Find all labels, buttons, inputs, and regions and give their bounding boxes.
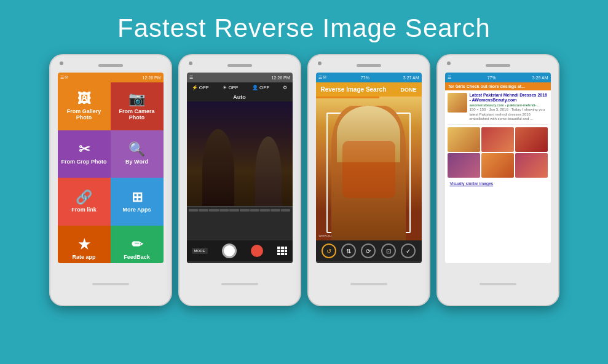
phone-3: ☰ ✉ 77% 3:27 AM Reverse Image Search DON…: [307, 54, 430, 306]
speaker: [98, 64, 123, 67]
status-icons: ☰ ✉: [60, 75, 69, 80]
ris-aspect-button[interactable]: ⊡: [381, 243, 396, 258]
status-icons-4: ☰: [448, 75, 451, 80]
phone-4-screen: ☰ 77% 3:29 AM for Girls Check out more d…: [445, 73, 551, 263]
grid-thumb-6[interactable]: [515, 153, 548, 178]
camera-controls-bar: MODE: [187, 240, 293, 261]
front-camera-icon-3: [318, 61, 322, 65]
tile-gallery-label: From Gallery Photo: [60, 108, 108, 121]
status-bar-4: ☰ 77% 3:29 AM: [445, 73, 551, 82]
tile-link[interactable]: 🔗 From link: [58, 178, 111, 226]
laptop-keyboard: [187, 206, 293, 241]
grid-thumb-3[interactable]: [515, 127, 548, 152]
status-time-3: 3:27 AM: [403, 76, 419, 80]
gallery-icon: 🖼: [77, 92, 91, 106]
camera-face-icon: 👤 OFF: [252, 85, 269, 90]
phone-4: ☰ 77% 3:29 AM for Girls Check out more d…: [436, 54, 559, 306]
tile-camera[interactable]: 📷 From Camera Photo: [111, 82, 164, 130]
phone-3-bottom: [309, 263, 429, 305]
grid-thumb-4[interactable]: [448, 153, 480, 178]
phone-2-bottom: [180, 263, 300, 305]
front-camera-icon: [60, 61, 63, 65]
figure-2: [255, 136, 282, 213]
tile-crop[interactable]: ✂ From Crop Photo: [58, 130, 111, 178]
video-button[interactable]: [251, 245, 263, 257]
tile-link-label: From link: [71, 207, 97, 213]
phone-4-top: [438, 55, 558, 73]
phone-1-bottom: [50, 263, 171, 305]
result-divider: [448, 124, 548, 125]
bottom-speaker-3: [350, 283, 387, 285]
result-item-1[interactable]: Latest Pakistani Mehndi Dresses 2016 - A…: [448, 93, 548, 122]
shutter-button[interactable]: [222, 243, 237, 258]
results-header-text: for Girls Check out more desings at...: [449, 84, 547, 89]
phone-1-top: [50, 55, 171, 73]
link-icon: 🔗: [76, 191, 92, 204]
status-battery-3: 77%: [361, 76, 369, 80]
tile-word[interactable]: 🔍 By Word: [111, 130, 164, 178]
apps-icon: ⊞: [132, 191, 143, 204]
front-camera-icon-4: [447, 61, 451, 65]
status-time: 12:26 PM: [143, 76, 161, 80]
phone-3-top: [309, 55, 429, 73]
phone-2-top: [180, 55, 300, 73]
ris-crop-button[interactable]: ⟳: [361, 243, 376, 258]
phone-2-screen: ☰ 12:26 PM ⚡ OFF ☀ OFF 👤 OFF ⚙ Auto: [187, 73, 293, 263]
ris-header: Reverse Image Search DONE: [316, 82, 422, 97]
result-text-1: Latest Pakistani Mehndi Dresses 2016 - A…: [470, 93, 548, 122]
ris-title: Reverse Image Search: [321, 86, 387, 93]
tile-more-apps[interactable]: ⊞ More Apps: [111, 178, 164, 226]
camera-settings-icon: ⚙: [283, 85, 287, 90]
page-title: Fastest Reverse Image Search: [117, 14, 491, 43]
status-battery-4: 77%: [488, 76, 496, 80]
camera-top-controls: ⚡ OFF ☀ OFF 👤 OFF ⚙: [187, 82, 293, 93]
results-content: Latest Pakistani Mehndi Dresses 2016 - A…: [445, 90, 551, 263]
front-camera-icon-2: [189, 61, 192, 65]
phone-3-screen: ☰ ✉ 77% 3:27 AM Reverse Image Search DON…: [316, 73, 422, 263]
phone-2: ☰ 12:26 PM ⚡ OFF ☀ OFF 👤 OFF ⚙ Auto: [178, 54, 301, 306]
crop-icon: ✂: [79, 143, 90, 156]
speaker-4: [486, 64, 510, 67]
tile-rate[interactable]: ★ Rate app: [58, 226, 111, 264]
tile-feedback[interactable]: ✏ FeedBack: [111, 226, 164, 264]
results-screen: for Girls Check out more desings at... L…: [445, 82, 551, 263]
result-url-1: awomensbeauty.com › pakistani-mehndi-...: [470, 103, 548, 107]
speaker-2: [227, 64, 252, 67]
camera-hdr-icon: ☀ OFF: [223, 85, 238, 90]
status-icons-2: ☰: [189, 75, 193, 80]
phone-4-bottom: [438, 263, 558, 305]
tile-rate-label: Rate app: [72, 254, 95, 260]
mode-button[interactable]: MODE: [192, 248, 208, 254]
bride-flowers: [342, 141, 395, 197]
ris-screen: Reverse Image Search DONE www: [316, 82, 422, 263]
phone-1: ☰ ✉ 12:26 PM 🖼 From Gallery Photo 📷 From…: [49, 54, 172, 306]
grid-button[interactable]: [277, 247, 287, 255]
ris-done-button[interactable]: DONE: [400, 87, 416, 93]
tile-gallery[interactable]: 🖼 From Gallery Photo: [58, 82, 111, 130]
tile-crop-label: From Crop Photo: [61, 159, 107, 165]
camera-flash-icon: ⚡ OFF: [192, 85, 209, 90]
grid-thumb-1[interactable]: [448, 127, 480, 152]
phones-container: ☰ ✉ 12:26 PM 🖼 From Gallery Photo 📷 From…: [49, 54, 559, 306]
grid-thumb-5[interactable]: [481, 153, 514, 178]
star-icon: ★: [78, 238, 90, 251]
ris-rotate-button[interactable]: ↺: [322, 243, 336, 258]
tile-camera-label: From Camera Photo: [113, 108, 161, 121]
keyboard-keys: [187, 207, 293, 213]
app-grid: 🖼 From Gallery Photo 📷 From Camera Photo…: [58, 82, 164, 263]
tile-apps-label: More Apps: [122, 207, 151, 213]
similar-images-grid: [448, 127, 548, 178]
grid-thumb-2[interactable]: [481, 127, 514, 152]
status-bar-3: ☰ ✉ 77% 3:27 AM: [316, 73, 422, 82]
bottom-speaker-2: [221, 283, 258, 285]
ris-check-button[interactable]: ✓: [401, 243, 416, 258]
result-thumb-1: [448, 93, 467, 113]
ris-bottom-toolbar: ↺ ⇅ ⟳ ⊡ ✓: [316, 240, 422, 261]
visually-similar-link[interactable]: Visually similar images: [448, 180, 548, 187]
tile-feedback-label: FeedBack: [124, 254, 150, 260]
ris-flip-button[interactable]: ⇅: [341, 243, 356, 258]
tile-word-label: By Word: [125, 159, 148, 165]
bottom-speaker-1: [92, 283, 129, 285]
camera-icon: 📷: [128, 92, 145, 106]
status-time-4: 3:29 AM: [532, 76, 548, 80]
